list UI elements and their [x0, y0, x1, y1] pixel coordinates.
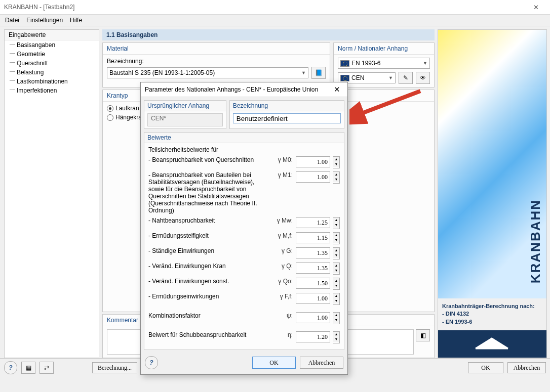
gamma-row: - Veränd. Einwirkungen sonst. γ Qo: ▲▼: [148, 278, 340, 290]
edit-icon: ✎: [403, 74, 408, 81]
spinner-buttons[interactable]: ▲▼: [333, 278, 340, 290]
sidebar-item-querschnitt[interactable]: Querschnitt: [5, 59, 99, 68]
material-panel: Material Bezeichnung: Baustahl S 235 (EN…: [102, 42, 330, 88]
sidebar-item-basisangaben[interactable]: Basisangaben: [5, 40, 99, 50]
menu-einstellungen[interactable]: Einstellungen: [26, 17, 63, 24]
original-annex-group: Ursprünglicher Anhang CEN*: [144, 100, 226, 129]
question-icon: ?: [9, 364, 12, 371]
sidebar-item-imperfektionen[interactable]: Imperfektionen: [5, 86, 99, 95]
spinner-buttons[interactable]: ▲▼: [333, 156, 340, 168]
gamma-row: - Ermüdungssteifigkeit γ M,f: ▲▼: [148, 232, 340, 244]
spinner-buttons[interactable]: ▲▼: [333, 331, 340, 343]
gamma-m0-input[interactable]: [296, 156, 330, 167]
brand-info-title: Kranbahnträger-Berechnung nach:: [442, 302, 542, 310]
brand-name: KRANBAHN: [528, 199, 543, 283]
eu-flag-icon: [340, 60, 349, 67]
original-annex-label: Ursprünglicher Anhang: [144, 101, 226, 111]
spinner-buttons[interactable]: ▲▼: [333, 232, 340, 244]
beiwerte-group: Beiwerte Teilsicherheitsbeiwerte für - B…: [144, 132, 344, 350]
norm-title: Norm / Nationaler Anhang: [334, 43, 434, 55]
kommentar-expand-button[interactable]: ◧: [416, 329, 430, 341]
schub-row: Beiwert für Schubbeanspruchbarkeit η: ▲▼: [148, 331, 340, 343]
norm-view-button[interactable]: 👁: [416, 72, 430, 84]
question-icon: ?: [149, 359, 153, 366]
material-title: Material: [103, 43, 330, 55]
window-title: KRANBAHN - [Testbahn2]: [4, 4, 74, 11]
norm-panel: Norm / Nationaler Anhang EN 1993-6▼ CEN: [333, 42, 435, 88]
gamma-row: - Nahtbeanspruchbarkeit γ Mw: ▲▼: [148, 217, 340, 229]
bezeichnung-input[interactable]: [233, 113, 341, 123]
spinner-buttons[interactable]: ▲▼: [333, 263, 340, 275]
spinner-buttons[interactable]: ▲▼: [333, 247, 340, 259]
layout-icon: ▦: [26, 364, 31, 371]
main-ok-button[interactable]: OK: [468, 362, 503, 373]
eu-flag-icon: [340, 75, 349, 81]
original-annex-value: CEN*: [147, 113, 223, 126]
gamma-ff-input[interactable]: [296, 293, 330, 304]
sidebar-item-lastkombinationen[interactable]: Lastkombinationen: [5, 77, 99, 86]
close-icon[interactable]: ✕: [526, 4, 546, 11]
spinner-buttons[interactable]: ▲▼: [333, 171, 340, 184]
eta-input[interactable]: [296, 331, 330, 342]
dialog-ok-button[interactable]: OK: [252, 357, 296, 369]
book-icon: 📘: [315, 69, 323, 76]
sidebar-item-geometrie[interactable]: Geometrie: [5, 50, 99, 59]
norm-code-select[interactable]: EN 1993-6▼: [338, 58, 430, 69]
brand-info-line: - DIN 4132: [442, 310, 542, 318]
material-library-button[interactable]: 📘: [311, 67, 326, 79]
gamma-q-input[interactable]: [296, 263, 330, 274]
menubar: Datei Einstellungen Hilfe: [0, 15, 550, 26]
radio-icon: [107, 114, 113, 121]
gamma-row: - Beanspruchbarkeit von Querschnitten γ …: [148, 156, 340, 168]
dialog-title: Parameter des Nationalen Anhangs - CEN* …: [145, 86, 318, 93]
spinner-buttons[interactable]: ▲▼: [333, 312, 340, 324]
gamma-g-input[interactable]: [296, 247, 330, 258]
sidebar-header: Eingabewerte: [5, 30, 99, 40]
beiwerte-title: Beiwerte: [144, 133, 344, 143]
sidebar-tree: Eingabewerte Basisangaben Geometrie Quer…: [4, 29, 99, 358]
footer-icon-button-2[interactable]: ⇄: [40, 362, 54, 374]
gamma-m1-input[interactable]: [296, 171, 330, 183]
main-cancel-button[interactable]: Abbrechen: [507, 362, 546, 373]
brand-panel: KRANBAHN Kranbahnträger-Berechnung nach:…: [438, 29, 547, 358]
beiwerte-subheader: Teilsicherheitsbeiwerte für: [148, 146, 340, 153]
gamma-row: - Veränd. Einwirkungen Kran γ Q: ▲▼: [148, 263, 340, 275]
psi-input[interactable]: [296, 312, 330, 323]
dialog-cancel-button[interactable]: Abbrechen: [300, 357, 343, 369]
bezeichnung-label: Bezeichnung: [230, 101, 344, 111]
dialog-close-button[interactable]: ✕: [331, 85, 343, 94]
gamma-mf-input[interactable]: [296, 232, 330, 243]
footer-icon-button-1[interactable]: ▦: [21, 362, 35, 374]
gamma-row: - Ermüdungseinwirkungen γ F,f: ▲▼: [148, 293, 340, 305]
popup-icon: ◧: [420, 332, 426, 339]
radio-icon: [107, 105, 113, 112]
menu-datei[interactable]: Datei: [5, 17, 19, 24]
norm-edit-button[interactable]: ✎: [399, 72, 413, 84]
gamma-row: - Beanspruchbarkeit von Bauteilen bei St…: [148, 171, 340, 214]
gamma-qo-input[interactable]: [296, 278, 330, 289]
gamma-row: - Ständige Einwirkungen γ G: ▲▼: [148, 247, 340, 259]
swap-icon: ⇄: [44, 364, 49, 371]
berechnung-button[interactable]: Berechnung...: [92, 362, 137, 373]
sidebar-item-belastung[interactable]: Belastung: [5, 68, 99, 77]
spinner-buttons[interactable]: ▲▼: [333, 217, 340, 229]
bezeichnung-group: Bezeichnung: [229, 100, 344, 129]
titlebar: KRANBAHN - [Testbahn2] ✕: [0, 0, 550, 15]
national-annex-dialog: Parameter des Nationalen Anhangs - CEN* …: [140, 82, 348, 375]
komb-row: Kombinationsfaktor ψ: ▲▼: [148, 312, 340, 324]
material-select[interactable]: Baustahl S 235 (EN 1993-1-1:2005-05) ▼: [107, 67, 308, 78]
help-button[interactable]: ?: [4, 361, 17, 374]
brand-logo: [438, 330, 546, 358]
view-icon: 👁: [420, 74, 426, 81]
section-header: 1.1 Basisangaben: [102, 29, 435, 40]
brand-info-line: - EN 1993-6: [442, 318, 542, 326]
material-label: Bezeichnung:: [107, 58, 326, 65]
spinner-buttons[interactable]: ▲▼: [333, 293, 340, 305]
gamma-mw-input[interactable]: [296, 217, 330, 228]
dialog-help-button[interactable]: ?: [145, 356, 158, 369]
menu-hilfe[interactable]: Hilfe: [70, 17, 82, 24]
